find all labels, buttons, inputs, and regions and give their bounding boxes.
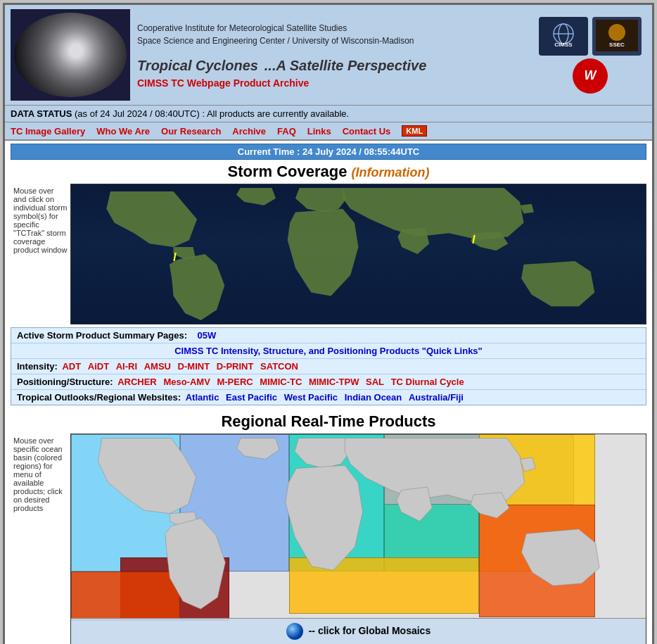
pos-meso-amv[interactable]: Meso-AMV (163, 377, 210, 387)
logos-right: CIMSS SSEC W (534, 17, 646, 94)
kml-badge[interactable]: KML (402, 125, 427, 137)
nav-contact-us[interactable]: Contact Us (343, 126, 391, 137)
outlooks-west-pacific[interactable]: West Pacific (284, 392, 338, 403)
hurricane-satellite-img (14, 13, 127, 97)
outlooks-east-pacific[interactable]: East Pacific (226, 392, 277, 403)
world-map-svg (71, 184, 646, 324)
svg-marker-14 (397, 227, 429, 254)
outlooks-label: Tropical Outlooks/Regional Websites: (17, 392, 181, 403)
intensity-label: Intensity: (17, 361, 58, 372)
ssec-logo: SSEC (592, 17, 642, 56)
institution-name: Cooperative Institute for Meteorological… (137, 22, 527, 47)
storm-symbol-1[interactable]: I (173, 251, 176, 264)
info-link[interactable]: (Information) (352, 165, 430, 179)
nav-links[interactable]: Links (307, 126, 331, 137)
svg-point-6 (608, 24, 625, 41)
regional-container: Mouse over specific ocean basin (colored… (11, 434, 646, 644)
active-summary-label: Active Storm Product Summary Pages: (17, 330, 187, 341)
pos-m-perc[interactable]: M-PERC (217, 377, 253, 387)
hurricane-image (11, 9, 130, 101)
pos-archer[interactable]: ARCHER (117, 377, 157, 387)
nav-faq[interactable]: FAQ (277, 126, 296, 137)
nav-tc-image-gallery[interactable]: TC Image Gallery (11, 126, 85, 137)
header-center: Cooperative Institute for Meteorological… (130, 22, 534, 89)
svg-marker-8 (106, 191, 197, 247)
page-container: Cooperative Institute for Meteorological… (3, 3, 654, 644)
global-mosaic-bar[interactable]: -- click for Global Mosaics (71, 618, 646, 644)
outlooks-australia[interactable]: Australia/Fiji (409, 392, 464, 403)
svg-marker-11 (295, 188, 347, 213)
cimss-logo: CIMSS (539, 17, 588, 56)
quick-links-link[interactable]: CIMSS TC Intensity, Structure, and Posit… (174, 346, 483, 356)
region-australia[interactable] (479, 505, 595, 617)
positioning-row: Positioning/Structure: ARCHER Meso-AMV M… (11, 374, 646, 390)
region-s-pacific[interactable] (71, 572, 180, 621)
nav-bar: TC Image Gallery Who We Are Our Research… (5, 122, 652, 141)
svg-marker-10 (170, 254, 224, 320)
svg-marker-17 (236, 188, 276, 206)
pos-mimic-tc[interactable]: MIMIC-TC (260, 377, 302, 387)
intensity-d-mint[interactable]: D-MINT (178, 361, 210, 372)
region-atlantic-north[interactable] (180, 434, 289, 572)
nav-archive[interactable]: Archive (232, 126, 266, 137)
pos-tc-diurnal[interactable]: TC Diurnal Cycle (391, 377, 464, 387)
regional-sidebar: Mouse over specific ocean basin (colored… (11, 434, 70, 644)
data-status-bar: DATA STATUS (as of 24 Jul 2024 / 08:40UT… (5, 106, 652, 122)
nav-our-research[interactable]: Our Research (161, 126, 221, 137)
storm-coverage-title: Storm Coverage (Information) (5, 163, 652, 181)
storm-symbol-2[interactable]: I (472, 234, 475, 246)
svg-marker-18 (520, 204, 534, 214)
pos-mimic-tpw[interactable]: MIMIC-TPW (309, 377, 359, 387)
active-storm-row: Active Storm Product Summary Pages: 05W (11, 328, 646, 343)
intensity-satcon[interactable]: SATCON (260, 361, 298, 372)
svg-marker-16 (521, 261, 594, 306)
archive-label: CIMSS TC Webpage Product Archive (137, 77, 527, 89)
global-mosaic-label: -- click for Global Mosaics (309, 625, 431, 636)
outlooks-atlantic[interactable]: Atlantic (186, 392, 219, 403)
storm-map-sidebar: Mouse over and click on individual storm… (11, 184, 70, 324)
outlooks-row: Tropical Outlooks/Regional Websites: Atl… (11, 390, 646, 405)
summary-table: Active Storm Product Summary Pages: 05W … (11, 327, 646, 405)
logo-pair: CIMSS SSEC (539, 17, 642, 56)
outlooks-indian-ocean[interactable]: Indian Ocean (345, 392, 402, 403)
svg-text:SSEC: SSEC (609, 42, 625, 48)
positioning-label: Positioning/Structure: (17, 377, 113, 387)
nav-who-we-are[interactable]: Who We Are (96, 126, 150, 137)
intensity-row: Intensity: ADT AiDT AI-RI AMSU D-MINT D-… (11, 359, 646, 374)
pos-sal[interactable]: SAL (366, 377, 384, 387)
intensity-amsu[interactable]: AMSU (144, 361, 171, 372)
data-status-text: (as of 24 Jul 2024 / 08:40UTC) : All pro… (75, 108, 349, 119)
intensity-aidt[interactable]: AiDT (88, 361, 109, 372)
world-map[interactable]: I I (70, 184, 646, 324)
active-storm-link[interactable]: 05W (197, 330, 216, 341)
globe-icon (286, 623, 303, 640)
storm-map-container: Mouse over and click on individual storm… (11, 184, 646, 324)
uw-logo: W (573, 58, 608, 94)
intensity-ai-ri[interactable]: AI-RI (116, 361, 137, 372)
quick-links-header: CIMSS TC Intensity, Structure, and Posit… (11, 343, 646, 359)
region-east-pacific[interactable] (289, 434, 384, 572)
svg-marker-12 (288, 209, 359, 296)
region-ne-pacific[interactable] (71, 434, 180, 572)
current-time: Current Time : 24 July 2024 / 08:55:44UT… (11, 144, 646, 160)
page-title: Tropical Cyclones ...A Satellite Perspec… (137, 50, 527, 76)
intensity-d-print[interactable]: D-PRINT (217, 361, 254, 372)
regional-title: Regional Real-Time Products (5, 412, 652, 431)
region-s-indian-ocean[interactable] (289, 557, 479, 614)
regional-map[interactable]: -- click for Global Mosaics (70, 434, 646, 644)
intensity-adt[interactable]: ADT (62, 361, 81, 372)
data-status-label: DATA STATUS (11, 108, 72, 119)
header: Cooperative Institute for Meteorological… (5, 5, 652, 106)
svg-text:CIMSS: CIMSS (554, 42, 573, 48)
